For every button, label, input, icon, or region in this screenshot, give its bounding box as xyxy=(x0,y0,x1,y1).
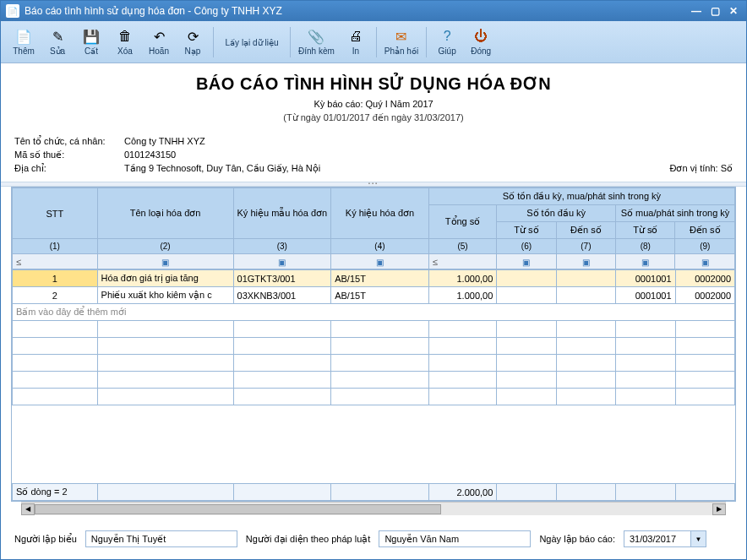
attach-button[interactable]: 📎Đính kèm xyxy=(295,24,338,61)
table-row[interactable]: 1 Hóa đơn giá trị gia tăng 01GTKT3/001 A… xyxy=(13,270,735,287)
report-header: BÁO CÁO TÌNH HÌNH SỬ DỤNG HÓA ĐƠN Kỳ báo… xyxy=(1,63,746,130)
report-title: BÁO CÁO TÌNH HÌNH SỬ DỤNG HÓA ĐƠN xyxy=(1,73,746,94)
add-button[interactable]: 📄Thêm xyxy=(8,24,40,61)
filter-cell[interactable]: ▣ xyxy=(556,254,615,269)
col-num: (4) xyxy=(331,239,429,254)
h-scrollbar[interactable]: ◀ ▶ xyxy=(21,502,726,515)
cell-oto[interactable] xyxy=(556,287,615,304)
grid-body[interactable]: 1 Hóa đơn giá trị gia tăng 01GTKT3/001 A… xyxy=(12,269,735,483)
window-controls: — ▢ ✕ xyxy=(689,4,741,18)
col-type[interactable]: Tên loại hóa đơn xyxy=(97,188,233,239)
col-serial[interactable]: Ký hiệu hóa đơn xyxy=(331,188,429,239)
table-row[interactable]: 2 Phiếu xuất kho kiêm vận c 03XKNB3/001 … xyxy=(13,287,735,304)
cell-total[interactable]: 1.000,00 xyxy=(428,287,496,304)
reload-button[interactable]: Lấy lại dữ liệu xyxy=(218,24,286,61)
cell-serial[interactable]: AB/15T xyxy=(331,270,429,287)
cell-serial[interactable]: AB/15T xyxy=(331,287,429,304)
scroll-left-button[interactable]: ◀ xyxy=(21,503,35,515)
help-button[interactable]: ?Giúp xyxy=(431,24,463,61)
cell-ofrom[interactable] xyxy=(497,287,556,304)
undo-button[interactable]: ↶Hoãn xyxy=(143,24,175,61)
date-input[interactable] xyxy=(624,530,691,547)
col-form[interactable]: Ký hiệu mẫu hóa đơn xyxy=(233,188,331,239)
col-pfrom[interactable]: Từ số xyxy=(616,222,675,239)
cell-stt[interactable]: 1 xyxy=(13,270,98,287)
empty-row xyxy=(13,389,735,405)
form-footer: Người lập biểu Người đại diện theo pháp … xyxy=(1,522,746,559)
edit-icon: ✎ xyxy=(49,28,66,45)
close-icon: ⏻ xyxy=(472,28,489,45)
data-grid[interactable]: STT Tên loại hóa đơn Ký hiệu mẫu hóa đơn… xyxy=(11,187,736,502)
filter-cell[interactable]: ▣ xyxy=(233,254,331,269)
unit-label: Đơn vị tính: Số xyxy=(631,163,733,174)
filter-cell[interactable]: ≤ xyxy=(428,254,496,269)
add-row[interactable]: Bấm vào đây để thêm mới xyxy=(13,304,735,321)
filter-cell[interactable]: ▣ xyxy=(97,254,233,269)
grid-footer: Số dòng = 2 2.000,00 xyxy=(12,483,735,501)
cell-total[interactable]: 1.000,00 xyxy=(428,270,496,287)
col-num: (5) xyxy=(428,239,496,254)
cell-pto[interactable]: 0002000 xyxy=(675,270,734,287)
filter-icon: ▣ xyxy=(582,258,590,267)
maximize-button[interactable]: ▢ xyxy=(707,4,722,18)
cell-pfrom[interactable]: 0001001 xyxy=(616,287,675,304)
add-row-hint[interactable]: Bấm vào đây để thêm mới xyxy=(13,304,735,321)
empty-row xyxy=(13,321,735,338)
filter-icon: ▣ xyxy=(522,258,530,267)
cell-type[interactable]: Hóa đơn giá trị gia tăng xyxy=(97,270,233,287)
report-period: Kỳ báo cáo: Quý I Năm 2017 xyxy=(1,99,746,109)
preparer-input[interactable] xyxy=(85,530,237,547)
close-window-button[interactable]: ✕ xyxy=(726,4,741,18)
feedback-button[interactable]: ✉Phản hồi xyxy=(381,24,422,61)
add-icon: 📄 xyxy=(15,28,32,45)
col-opening[interactable]: Số tồn đầu kỳ xyxy=(497,205,616,222)
cell-ofrom[interactable] xyxy=(497,270,556,287)
empty-row xyxy=(13,355,735,372)
date-dropdown-button[interactable]: ▼ xyxy=(691,530,706,547)
edit-button[interactable]: ✎Sửa xyxy=(41,24,74,61)
col-group-top[interactable]: Số tồn đầu kỳ, mua/phát sinh trong kỳ xyxy=(428,188,734,205)
filter-cell[interactable]: ▣ xyxy=(331,254,429,269)
filter-cell[interactable]: ▣ xyxy=(497,254,556,269)
separator xyxy=(376,27,377,57)
filter-cell[interactable]: ▣ xyxy=(675,254,735,269)
filter-icon: ▣ xyxy=(161,258,169,267)
cell-type[interactable]: Phiếu xuất kho kiêm vận c xyxy=(97,287,233,304)
scroll-right-button[interactable]: ▶ xyxy=(712,503,726,515)
filter-cell[interactable]: ▣ xyxy=(616,254,675,269)
cell-stt[interactable]: 2 xyxy=(13,287,98,304)
col-ofrom[interactable]: Từ số xyxy=(497,222,556,239)
save-button[interactable]: 💾Cất xyxy=(75,24,107,61)
rep-input[interactable] xyxy=(379,530,531,547)
cell-pfrom[interactable]: 0001001 xyxy=(616,270,675,287)
empty-row xyxy=(13,372,735,389)
minimize-button[interactable]: — xyxy=(689,4,704,18)
filter-cell[interactable]: ≤ xyxy=(13,254,98,269)
grid-header: STT Tên loại hóa đơn Ký hiệu mẫu hóa đơn… xyxy=(12,188,735,269)
footer-count: Số dòng = 2 xyxy=(13,484,98,501)
col-total[interactable]: Tổng số xyxy=(428,205,496,239)
scroll-thumb[interactable] xyxy=(35,504,441,514)
filter-icon: ▣ xyxy=(701,258,709,267)
feedback-icon: ✉ xyxy=(393,28,410,45)
col-pto[interactable]: Đến số xyxy=(675,222,735,239)
cell-form[interactable]: 01GTKT3/001 xyxy=(233,270,331,287)
print-button[interactable]: 🖨In xyxy=(340,24,372,61)
col-num: (8) xyxy=(616,239,675,254)
close-button[interactable]: ⏻Đóng xyxy=(465,24,497,61)
separator xyxy=(426,27,427,57)
report-range: (Từ ngày 01/01/2017 đến ngày 31/03/2017) xyxy=(1,112,746,123)
load-button[interactable]: ⟳Nạp xyxy=(177,24,209,61)
col-oto[interactable]: Đến số xyxy=(556,222,615,239)
scroll-track[interactable] xyxy=(35,503,712,515)
col-num: (6) xyxy=(497,239,556,254)
delete-button[interactable]: 🗑Xóa xyxy=(109,24,141,61)
cell-form[interactable]: 03XKNB3/001 xyxy=(233,287,331,304)
cell-oto[interactable] xyxy=(556,270,615,287)
separator xyxy=(290,27,291,57)
col-purchase[interactable]: Số mua/phát sinh trong kỳ xyxy=(616,205,735,222)
splitter[interactable] xyxy=(1,182,746,187)
toolbar: 📄Thêm ✎Sửa 💾Cất 🗑Xóa ↶Hoãn ⟳Nạp Lấy lại … xyxy=(1,21,746,63)
col-stt[interactable]: STT xyxy=(13,188,98,239)
cell-pto[interactable]: 0002000 xyxy=(675,287,734,304)
